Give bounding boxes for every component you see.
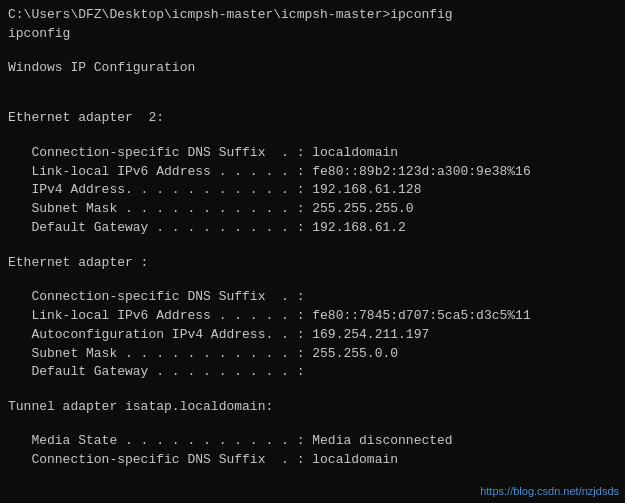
- ipv6-1: Link-local IPv6 Address . . . . . : fe80…: [8, 163, 617, 182]
- blank7: [8, 382, 617, 398]
- ipv6-2: Link-local IPv6 Address . . . . . : fe80…: [8, 307, 617, 326]
- eth-adapter-2: Ethernet adapter 2:: [8, 109, 617, 128]
- terminal-window: C:\Users\DFZ\Desktop\icmpsh-master\icmps…: [0, 0, 625, 503]
- blank8: [8, 417, 617, 433]
- dns-suffix-2: Connection-specific DNS Suffix . :: [8, 288, 617, 307]
- subnet-1: Subnet Mask . . . . . . . . . . . : 255.…: [8, 200, 617, 219]
- blank5: [8, 238, 617, 254]
- ipv4-1: IPv4 Address. . . . . . . . . . . : 192.…: [8, 181, 617, 200]
- cmd: ipconfig: [8, 25, 617, 44]
- dns-suffix-3: Connection-specific DNS Suffix . : local…: [8, 451, 617, 470]
- tunnel: Tunnel adapter isatap.localdomain:: [8, 398, 617, 417]
- media-state: Media State . . . . . . . . . . . : Medi…: [8, 432, 617, 451]
- blank1: [8, 44, 617, 60]
- eth-adapter-blank: Ethernet adapter :: [8, 254, 617, 273]
- prompt: C:\Users\DFZ\Desktop\icmpsh-master\icmps…: [8, 6, 617, 25]
- subnet-2: Subnet Mask . . . . . . . . . . . : 255.…: [8, 345, 617, 364]
- terminal-content: C:\Users\DFZ\Desktop\icmpsh-master\icmps…: [8, 6, 617, 470]
- dns-suffix-1: Connection-specific DNS Suffix . : local…: [8, 144, 617, 163]
- gateway-1: Default Gateway . . . . . . . . . : 192.…: [8, 219, 617, 238]
- blank2: [8, 78, 617, 94]
- blank4: [8, 128, 617, 144]
- watermark: https://blog.csdn.net/nzjdsds: [480, 485, 619, 497]
- windows-ip: Windows IP Configuration: [8, 59, 617, 78]
- blank6: [8, 272, 617, 288]
- autoconfig: Autoconfiguration IPv4 Address. . : 169.…: [8, 326, 617, 345]
- blank3: [8, 94, 617, 110]
- gateway-2: Default Gateway . . . . . . . . . :: [8, 363, 617, 382]
